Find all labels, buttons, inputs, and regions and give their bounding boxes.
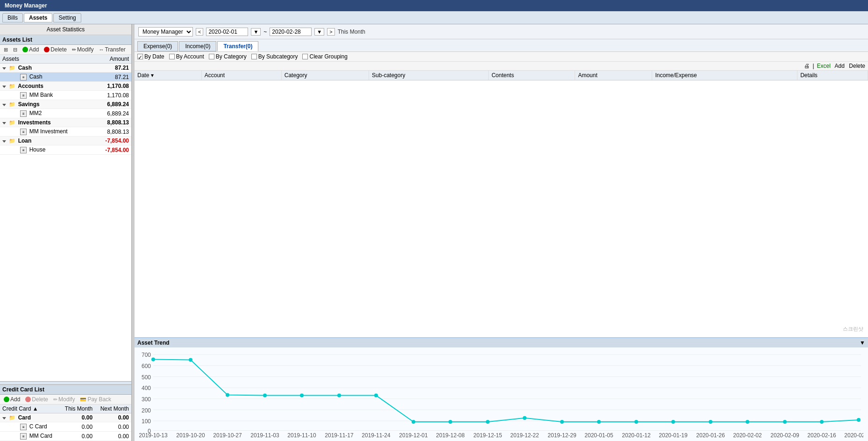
col-category[interactable]: Category <box>281 71 369 80</box>
asset-group-name[interactable]: 📁 Investments <box>0 118 93 127</box>
groupby-category-checkbox[interactable] <box>209 54 214 59</box>
account-select[interactable]: Money Manager <box>138 27 193 36</box>
print-icon[interactable]: 🖨 <box>804 63 810 69</box>
tab-transfer[interactable]: Transfer(0) <box>217 41 258 51</box>
svg-point-20 <box>300 393 304 397</box>
cc-icon: ≡ <box>20 424 27 430</box>
svg-text:2019-11-10: 2019-11-10 <box>287 432 316 439</box>
cc-child-name[interactable]: ≡ C Card <box>0 422 60 432</box>
svg-text:2020-02-23: 2020-02-23 <box>844 432 863 439</box>
groupby-category[interactable]: By Category <box>209 53 247 60</box>
delete-trans-button[interactable]: Delete <box>847 63 865 69</box>
tab-bills[interactable]: Bills <box>2 13 23 22</box>
asset-child-amount: 1,170.08 <box>93 91 131 100</box>
svg-point-17 <box>189 358 192 361</box>
trend-collapse-icon[interactable]: ▼ <box>860 340 865 346</box>
trend-title: Asset Trend <box>137 340 170 346</box>
trans-table: Date ▾ Account Category Sub-category Con… <box>135 71 868 80</box>
modify-asset-button[interactable]: ✏ Modify <box>70 46 95 53</box>
asset-group-name[interactable]: 📁 Accounts <box>0 82 93 91</box>
assets-table-container[interactable]: Assets Amount 📁 Cash 87.21 ≡ Cash 87.21 <box>0 55 131 381</box>
svg-text:400: 400 <box>142 385 151 391</box>
asset-child-amount: 6,889.24 <box>93 109 131 118</box>
groupby-subcategory[interactable]: By Subcategory <box>251 53 298 60</box>
cc-group-name[interactable]: 📁 Card <box>0 413 60 422</box>
add-trans-button[interactable]: Add <box>833 63 845 69</box>
prev-date-button[interactable]: < <box>196 28 203 36</box>
asset-group-name[interactable]: 📁 Cash <box>0 64 93 72</box>
cc-child-this-month: 0.00 <box>60 432 95 441</box>
groupby-subcategory-checkbox[interactable] <box>251 54 257 59</box>
asset-group-name[interactable]: 📁 Savings <box>0 100 93 109</box>
svg-text:2019-12-08: 2019-12-08 <box>436 432 465 439</box>
groupby-date[interactable]: ✓ By Date <box>137 53 164 60</box>
delete-asset-button[interactable]: Delete <box>42 46 69 53</box>
svg-point-32 <box>746 420 749 424</box>
calendar-to-button[interactable]: ▼ <box>314 28 324 36</box>
svg-point-18 <box>226 393 229 397</box>
add-cc-button[interactable]: Add <box>2 396 22 403</box>
tab-expense[interactable]: Expense(0) <box>137 41 178 51</box>
clear-grouping[interactable]: Clear Grouping <box>302 53 347 60</box>
asset-child-name[interactable]: ≡ MM2 <box>0 109 93 118</box>
col-contents[interactable]: Contents <box>489 71 575 80</box>
title-bar: Money Manager <box>0 0 868 11</box>
add-icon <box>22 47 28 52</box>
cc-icon: ≡ <box>20 433 27 440</box>
asset-child-name[interactable]: ≡ Cash <box>0 72 93 82</box>
groupby-account[interactable]: By Account <box>169 53 204 60</box>
trend-section: Asset Trend ▼ 700 600 500 400 300 200 10… <box>135 337 868 441</box>
right-panel: Money Manager < ▼ ~ ▼ > This Month Expen… <box>135 24 868 441</box>
svg-text:2020-01-19: 2020-01-19 <box>659 432 688 439</box>
add-asset-button[interactable]: Add <box>21 46 41 53</box>
excel-label[interactable]: Excel <box>817 63 831 69</box>
next-date-button[interactable]: > <box>327 28 334 36</box>
cc-col-name: Credit Card ▲ <box>0 405 60 413</box>
svg-point-33 <box>783 420 787 424</box>
col-income-expense[interactable]: Income/Expense <box>652 71 797 80</box>
payback-cc-button[interactable]: 💳 Pay Back <box>78 396 113 403</box>
cc-child-name[interactable]: ≡ MM Card <box>0 432 60 441</box>
cc-col-this-month: This Month <box>60 405 95 413</box>
delete-cc-button[interactable]: Delete <box>23 396 50 403</box>
date-to-input[interactable] <box>270 28 312 36</box>
col-details[interactable]: Details <box>797 71 868 80</box>
col-subcategory[interactable]: Sub-category <box>369 71 489 80</box>
svg-text:200: 200 <box>142 407 151 413</box>
asset-child-name[interactable]: ≡ MM Bank <box>0 91 93 100</box>
tab-assets[interactable]: Assets <box>24 13 52 22</box>
asset-child-name[interactable]: ≡ House <box>0 145 93 155</box>
date-from-input[interactable] <box>206 28 248 36</box>
svg-text:2020-01-12: 2020-01-12 <box>622 432 651 439</box>
cc-toolbar: Add Delete ✏ Modify 💳 Pay Back <box>0 395 131 405</box>
svg-text:100: 100 <box>142 418 151 425</box>
trend-chart-container: 700 600 500 400 300 200 100 0 <box>135 347 868 441</box>
icon-grid1[interactable]: ⊞ <box>2 46 10 53</box>
calendar-from-button[interactable]: ▼ <box>251 28 261 36</box>
asset-child-name[interactable]: ≡ MM Investment <box>0 127 93 137</box>
col-date[interactable]: Date ▾ <box>135 71 201 80</box>
trans-table-container[interactable]: Date ▾ Account Category Sub-category Con… <box>135 71 868 337</box>
tab-income[interactable]: Income(0) <box>179 41 216 51</box>
asset-child-amount: 87.21 <box>93 72 131 82</box>
groupby-date-checkbox[interactable]: ✓ <box>137 54 143 59</box>
left-panel: Asset Statistics Assets List ⊞ ⊟ Add Del… <box>0 24 132 441</box>
groupby-account-checkbox[interactable] <box>169 54 175 59</box>
asset-icon: ≡ <box>20 147 27 153</box>
modify-cc-button[interactable]: ✏ Modify <box>51 396 77 403</box>
svg-text:2019-10-27: 2019-10-27 <box>213 432 242 439</box>
col-amount[interactable]: Amount <box>575 71 652 80</box>
svg-text:2019-11-17: 2019-11-17 <box>325 432 354 439</box>
assets-list-header: Assets List <box>0 35 131 45</box>
col-account[interactable]: Account <box>201 71 281 80</box>
cc-child-this-month: 0.00 <box>60 422 95 432</box>
tab-setting[interactable]: Setting <box>53 13 81 22</box>
svg-point-29 <box>634 420 638 424</box>
app-title: Money Manager <box>5 2 47 9</box>
clear-grouping-checkbox[interactable] <box>302 54 308 59</box>
svg-point-27 <box>560 420 564 424</box>
transfer-asset-button[interactable]: ↔ Transfer <box>97 46 127 53</box>
asset-group-name[interactable]: 📁 Loan <box>0 137 93 145</box>
icon-grid2[interactable]: ⊟ <box>11 46 19 53</box>
svg-point-25 <box>486 420 490 424</box>
